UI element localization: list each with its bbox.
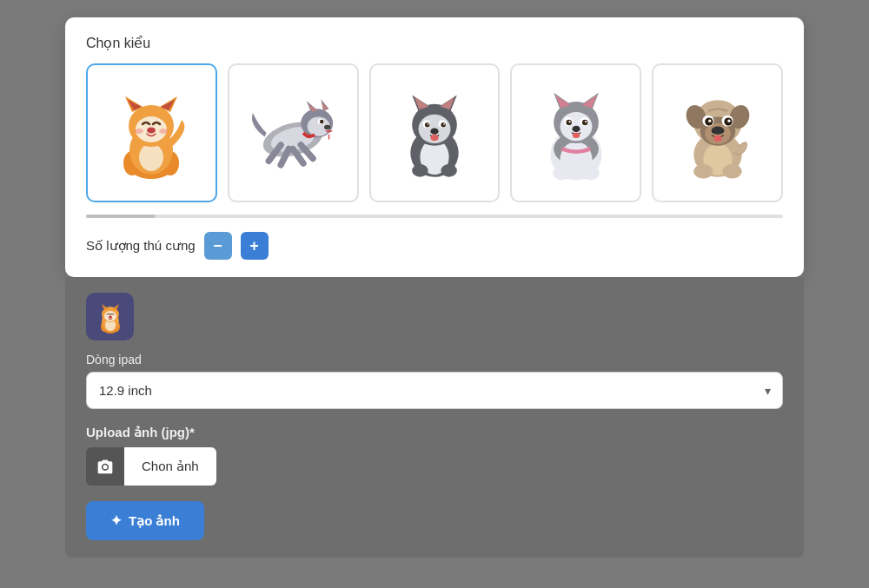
upload-label: Upload ảnh (jpg)* bbox=[86, 425, 783, 440]
dog-style-item-1[interactable] bbox=[86, 63, 217, 202]
svg-point-46 bbox=[430, 135, 438, 141]
camera-button[interactable] bbox=[86, 447, 124, 486]
quantity-plus-button[interactable]: + bbox=[241, 232, 269, 260]
svg-point-68 bbox=[693, 164, 713, 179]
svg-point-13 bbox=[159, 129, 168, 134]
svg-point-69 bbox=[722, 164, 741, 179]
svg-point-60 bbox=[566, 120, 571, 125]
page-container: Chọn kiểu bbox=[65, 17, 804, 558]
quantity-label: Số lượng thú cưng bbox=[86, 238, 196, 254]
dog-style-item-4[interactable] bbox=[510, 63, 641, 202]
svg-point-84 bbox=[713, 135, 721, 142]
svg-point-4 bbox=[139, 143, 163, 171]
selected-avatar bbox=[86, 293, 134, 340]
svg-point-95 bbox=[103, 465, 108, 469]
ipad-select[interactable]: 12.9 inch 11 inch 10.9 inch 10.2 inch bbox=[86, 372, 783, 409]
svg-point-23 bbox=[320, 120, 324, 124]
svg-point-64 bbox=[572, 126, 580, 132]
bottom-section: Dòng ipad 12.9 inch 11 inch 10.9 inch 10… bbox=[65, 277, 804, 558]
svg-point-24 bbox=[324, 125, 330, 130]
svg-marker-21 bbox=[322, 102, 328, 110]
create-label: Tạo ảnh bbox=[129, 513, 180, 529]
scroll-thumb bbox=[86, 215, 156, 218]
svg-point-50 bbox=[553, 166, 570, 181]
star-icon: ✦ bbox=[110, 512, 122, 529]
dog-styles-row bbox=[86, 63, 783, 202]
svg-point-80 bbox=[727, 119, 730, 122]
dog-style-item-3[interactable] bbox=[369, 63, 501, 202]
quantity-row: Số lượng thú cưng − + bbox=[86, 232, 783, 260]
modal-card: Chọn kiểu bbox=[65, 17, 804, 277]
upload-row: Chon ảnh bbox=[86, 447, 783, 486]
svg-point-62 bbox=[568, 121, 570, 122]
svg-point-61 bbox=[582, 120, 587, 125]
svg-point-63 bbox=[585, 121, 587, 122]
svg-point-65 bbox=[573, 133, 580, 138]
svg-point-31 bbox=[412, 164, 428, 177]
ipad-select-wrapper: 12.9 inch 11 inch 10.9 inch 10.2 inch ▾ bbox=[86, 372, 783, 409]
svg-point-94 bbox=[109, 315, 112, 318]
svg-point-12 bbox=[135, 129, 143, 134]
modal-title: Chọn kiểu bbox=[86, 35, 783, 51]
camera-icon bbox=[96, 458, 114, 475]
dog-style-item-5[interactable] bbox=[652, 63, 783, 202]
choose-photo-button[interactable]: Chon ảnh bbox=[124, 447, 216, 486]
dog-style-item-2[interactable] bbox=[228, 63, 359, 202]
quantity-minus-button[interactable]: − bbox=[204, 232, 232, 260]
svg-point-79 bbox=[708, 119, 711, 122]
create-button[interactable]: ✦ Tạo ảnh bbox=[86, 501, 204, 540]
svg-point-43 bbox=[428, 123, 429, 125]
svg-point-11 bbox=[147, 128, 156, 134]
svg-point-44 bbox=[443, 123, 445, 125]
svg-point-51 bbox=[581, 166, 599, 181]
svg-point-42 bbox=[441, 122, 446, 128]
ipad-field-label: Dòng ipad bbox=[86, 353, 783, 367]
scroll-track bbox=[86, 215, 783, 218]
svg-point-32 bbox=[441, 164, 456, 177]
svg-point-41 bbox=[425, 122, 430, 128]
svg-point-45 bbox=[430, 128, 438, 134]
